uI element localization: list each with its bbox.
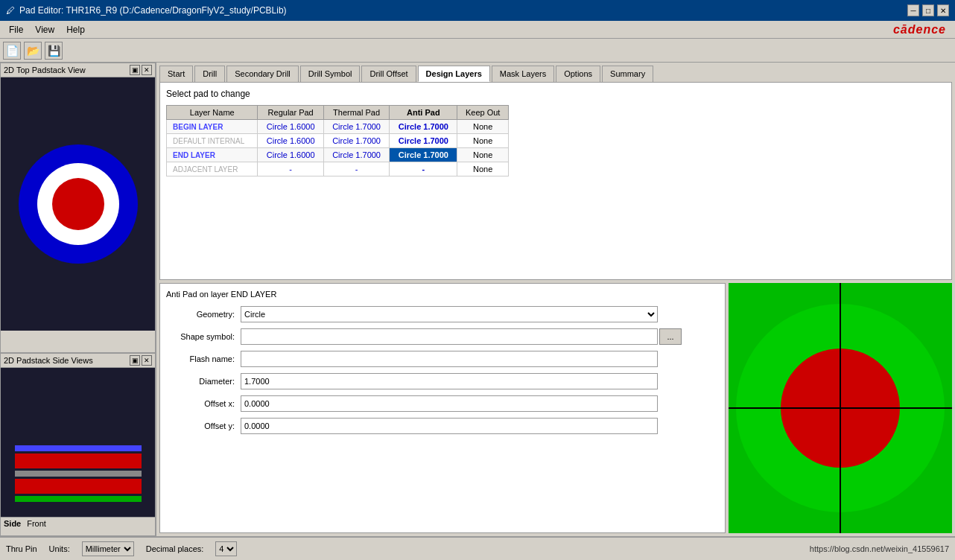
tab-start[interactable]: Start <box>159 66 193 82</box>
pad-table: Layer Name Regular Pad Thermal Pad Anti … <box>166 105 509 176</box>
col-thermal-pad: Thermal Pad <box>323 106 389 120</box>
col-anti-pad: Anti Pad <box>390 106 457 120</box>
side-canvas <box>1 368 155 517</box>
new-icon: 📄 <box>6 45 19 57</box>
table-row[interactable]: BEGIN LAYERCircle 1.6000Circle 1.7000Cir… <box>167 120 509 134</box>
close-button[interactable]: ✕ <box>937 4 949 16</box>
table-row[interactable]: ADJACENT LAYER---None <box>167 162 509 176</box>
cadence-logo: cādence <box>893 23 952 36</box>
open-button[interactable]: 📂 <box>24 42 42 60</box>
menu-help[interactable]: Help <box>60 23 91 36</box>
menu-bar: File View Help cādence <box>0 21 955 39</box>
save-button[interactable]: 💾 <box>45 42 63 60</box>
layer-top-copper <box>15 445 142 451</box>
layer-bottom-copper <box>15 496 142 502</box>
top-view-title: 2D Top Padstack View <box>4 66 86 74</box>
tab-drill[interactable]: Drill <box>194 66 225 82</box>
tab-secondary-drill[interactable]: Secondary Drill <box>226 66 299 82</box>
geometry-select[interactable]: CircleSquareOblongRectangleOctagon <box>241 306 658 322</box>
tab-bar: Start Drill Secondary Drill Drill Symbol… <box>156 63 955 82</box>
pad-outer-circle <box>19 144 138 264</box>
tab-summary[interactable]: Summary <box>602 66 653 82</box>
geometry-label: Geometry: <box>166 310 241 319</box>
layer-drill-2 <box>15 479 142 494</box>
maximize-button[interactable]: □ <box>922 4 934 16</box>
offset-y-row: Offset y: <box>166 418 719 434</box>
top-view-controls: ▣ ✕ <box>130 65 152 75</box>
side-view-title: 2D Padstack Side Views <box>4 356 93 365</box>
side-view-close[interactable]: ✕ <box>142 355 152 366</box>
crosshair-vertical <box>840 283 841 533</box>
col-layer-name: Layer Name <box>167 106 258 120</box>
select-pad-label: Select pad to change <box>166 89 945 99</box>
pad-inner-circle <box>52 178 104 230</box>
table-row[interactable]: END LAYERCircle 1.6000Circle 1.7000Circl… <box>167 148 509 162</box>
main-layout: 2D Top Padstack View ▣ ✕ 2D Padstack Sid… <box>0 63 955 536</box>
status-bar: Thru Pin Units: MillimeterInchMil Decima… <box>0 536 955 560</box>
offset-y-input[interactable] <box>241 418 658 434</box>
form-title: Anti Pad on layer END LAYER <box>166 290 719 299</box>
decimal-label: Decimal places: <box>146 544 204 553</box>
offset-y-label: Offset y: <box>166 421 241 430</box>
shape-symbol-input[interactable] <box>241 328 658 345</box>
left-panel: 2D Top Padstack View ▣ ✕ 2D Padstack Sid… <box>0 63 156 536</box>
tab-side[interactable]: Side <box>4 519 21 528</box>
table-row[interactable]: DEFAULT INTERNALCircle 1.6000Circle 1.70… <box>167 134 509 148</box>
diameter-label: Diameter: <box>166 377 241 386</box>
shape-symbol-label: Shape symbol: <box>166 332 241 341</box>
pad-mid-circle <box>37 163 119 245</box>
side-view-controls: ▣ ✕ <box>130 355 152 366</box>
status-url: https://blog.csdn.net/weixin_41559617 <box>810 544 949 553</box>
shape-symbol-row: Shape symbol: ... <box>166 328 719 345</box>
side-view-panel: 2D Padstack Side Views ▣ ✕ Side Front <box>0 353 156 536</box>
top-view-restore[interactable]: ▣ <box>130 65 140 75</box>
top-view-header: 2D Top Padstack View ▣ ✕ <box>1 63 155 77</box>
view-tabs: Side Front <box>1 517 155 529</box>
top-canvas <box>1 77 155 331</box>
tab-drill-symbol[interactable]: Drill Symbol <box>300 66 361 82</box>
title-bar-controls[interactable]: ─ □ ✕ <box>907 4 949 16</box>
top-view-close[interactable]: ✕ <box>142 65 152 75</box>
layer-drill <box>15 454 142 468</box>
browse-button[interactable]: ... <box>659 328 682 345</box>
side-layers <box>15 445 142 502</box>
window-title: Pad Editor: THR1R6_R9 (D:/Cadence/Dragon… <box>19 5 287 16</box>
diameter-row: Diameter: <box>166 373 719 389</box>
design-layers-content: Select pad to change Layer Name Regular … <box>159 82 952 280</box>
pin-type: Thru Pin <box>6 544 37 553</box>
side-view-header: 2D Padstack Side Views ▣ ✕ <box>1 354 155 368</box>
menu-file[interactable]: File <box>3 23 29 36</box>
offset-x-input[interactable] <box>241 395 658 412</box>
tab-front[interactable]: Front <box>27 519 46 528</box>
flash-name-input[interactable] <box>241 351 658 367</box>
tab-drill-offset[interactable]: Drill Offset <box>361 66 416 82</box>
minimize-button[interactable]: ─ <box>907 4 919 16</box>
new-button[interactable]: 📄 <box>3 42 21 60</box>
toolbar: 📄 📂 💾 <box>0 39 955 63</box>
col-regular-pad: Regular Pad <box>258 106 323 120</box>
form-area: Anti Pad on layer END LAYER Geometry: Ci… <box>159 283 726 533</box>
flash-name-label: Flash name: <box>166 354 241 363</box>
units-label: Units: <box>49 544 70 553</box>
decimal-select[interactable]: 4 <box>215 541 237 556</box>
pad-icon: 🖊 <box>6 5 15 16</box>
units-select[interactable]: MillimeterInchMil <box>82 541 134 556</box>
tab-options[interactable]: Options <box>556 66 600 82</box>
bottom-section: Anti Pad on layer END LAYER Geometry: Ci… <box>156 283 955 536</box>
layer-internal <box>15 471 142 477</box>
offset-x-row: Offset x: <box>166 395 719 412</box>
title-bar: 🖊 Pad Editor: THR1R6_R9 (D:/Cadence/Drag… <box>0 0 955 21</box>
open-icon: 📂 <box>27 45 39 57</box>
menu-view[interactable]: View <box>29 23 60 36</box>
geometry-row: Geometry: CircleSquareOblongRectangleOct… <box>166 306 719 322</box>
flash-name-row: Flash name: <box>166 351 719 367</box>
tab-design-layers[interactable]: Design Layers <box>418 66 490 82</box>
save-icon: 💾 <box>48 45 60 57</box>
preview-area <box>729 283 952 533</box>
tab-mask-layers[interactable]: Mask Layers <box>492 66 554 82</box>
title-bar-left: 🖊 Pad Editor: THR1R6_R9 (D:/Cadence/Drag… <box>6 5 287 16</box>
diameter-input[interactable] <box>241 373 658 389</box>
right-content: Start Drill Secondary Drill Drill Symbol… <box>156 63 955 536</box>
side-view-restore[interactable]: ▣ <box>130 355 140 366</box>
col-keep-out: Keep Out <box>457 106 509 120</box>
